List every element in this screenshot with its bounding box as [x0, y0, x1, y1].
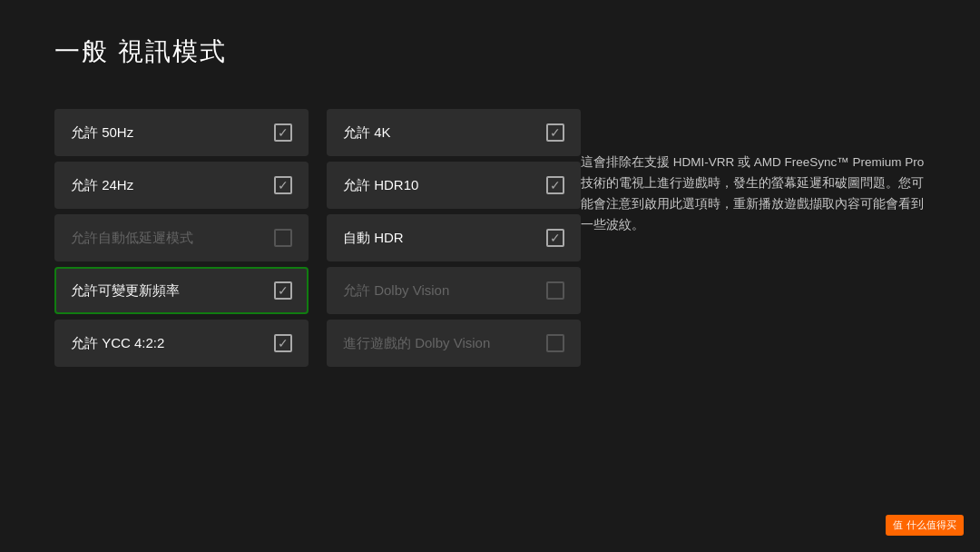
setting-label-allow-50hz: 允許 50Hz	[71, 124, 133, 142]
setting-label-allow-variable-refresh: 允許可變更新頻率	[71, 282, 180, 300]
setting-label-gaming-dolby-vision: 進行遊戲的 Dolby Vision	[343, 335, 490, 352]
checkmark-icon: ✓	[550, 126, 561, 139]
checkbox-allow-variable-refresh[interactable]: ✓	[274, 281, 292, 300]
setting-item-allow-dolby-vision[interactable]: 允許 Dolby Vision	[327, 267, 581, 314]
page-title: 一般 視訊模式	[54, 34, 227, 69]
setting-label-allow-24hz: 允許 24Hz	[71, 177, 133, 194]
checkbox-allow-24hz[interactable]: ✓	[274, 176, 292, 194]
checkbox-allow-50hz[interactable]: ✓	[274, 123, 292, 142]
checkmark-icon: ✓	[278, 126, 289, 139]
setting-label-allow-dolby-vision: 允許 Dolby Vision	[343, 282, 449, 300]
checkmark-icon: ✓	[278, 179, 289, 192]
checkbox-allow-dolby-vision[interactable]	[546, 281, 564, 300]
column-right: 允許 4K✓允許 HDR10✓自動 HDR✓允許 Dolby Vision進行遊…	[327, 109, 581, 367]
setting-item-allow-4k[interactable]: 允許 4K✓	[327, 109, 581, 156]
checkbox-allow-hdr10[interactable]: ✓	[546, 176, 564, 194]
checkmark-icon: ✓	[278, 337, 289, 350]
setting-label-allow-4k: 允許 4K	[343, 124, 391, 142]
checkmark-icon: ✓	[278, 284, 289, 297]
setting-item-gaming-dolby-vision[interactable]: 進行遊戲的 Dolby Vision	[327, 320, 581, 367]
checkbox-allow-auto-low-latency[interactable]	[274, 229, 292, 247]
info-panel: 這會排除在支援 HDMI-VRR 或 AMD FreeSync™ Premium…	[581, 153, 926, 236]
setting-item-allow-auto-low-latency[interactable]: 允許自動低延遲模式	[54, 214, 309, 261]
watermark-icon: 值	[893, 518, 903, 532]
setting-item-allow-hdr10[interactable]: 允許 HDR10✓	[327, 162, 581, 209]
column-left: 允許 50Hz✓允許 24Hz✓允許自動低延遲模式允許可變更新頻率✓允許 YCC…	[54, 109, 309, 367]
setting-item-allow-variable-refresh[interactable]: 允許可變更新頻率✓	[54, 267, 309, 314]
watermark: 值 什么值得买	[886, 515, 964, 536]
watermark-text: 什么值得买	[906, 518, 956, 532]
settings-container: 允許 50Hz✓允許 24Hz✓允許自動低延遲模式允許可變更新頻率✓允許 YCC…	[54, 109, 581, 367]
checkbox-allow-4k[interactable]: ✓	[546, 123, 564, 142]
setting-label-auto-hdr: 自動 HDR	[343, 230, 404, 247]
setting-label-allow-ycc422: 允許 YCC 4:2:2	[71, 335, 164, 352]
setting-item-allow-50hz[interactable]: 允許 50Hz✓	[54, 109, 309, 156]
checkmark-icon: ✓	[550, 232, 561, 244]
checkbox-auto-hdr[interactable]: ✓	[546, 229, 564, 247]
checkbox-gaming-dolby-vision[interactable]	[546, 334, 564, 352]
setting-item-allow-24hz[interactable]: 允許 24Hz✓	[54, 162, 309, 209]
setting-item-allow-ycc422[interactable]: 允許 YCC 4:2:2✓	[54, 320, 309, 367]
setting-label-allow-hdr10: 允許 HDR10	[343, 177, 418, 194]
checkbox-allow-ycc422[interactable]: ✓	[274, 334, 292, 352]
setting-item-auto-hdr[interactable]: 自動 HDR✓	[327, 214, 581, 261]
checkmark-icon: ✓	[550, 179, 561, 192]
setting-label-allow-auto-low-latency: 允許自動低延遲模式	[71, 230, 193, 247]
